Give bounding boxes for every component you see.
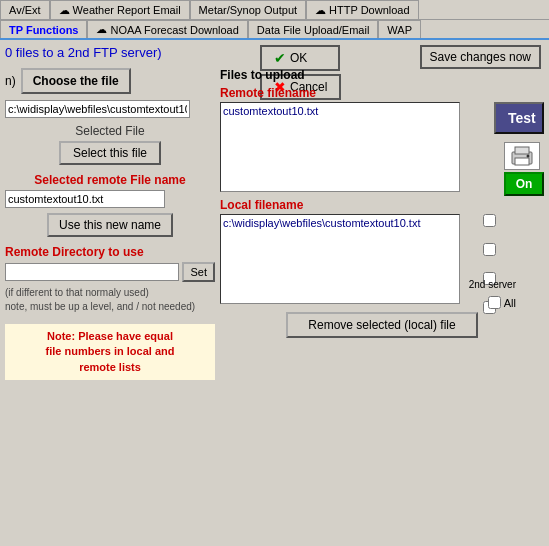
use-new-name-button[interactable]: Use this new name	[47, 213, 173, 237]
dir-hint-line2: note, must be up a level, and / not need…	[5, 301, 195, 312]
files-upload-label: Files to upload	[220, 68, 305, 82]
tab-data-file[interactable]: Data File Upload/Email	[248, 20, 379, 38]
local-list-container: c:\widisplay\webfiles\customtextout10.tx…	[220, 214, 544, 304]
local-file-list[interactable]: c:\widisplay\webfiles\customtextout10.tx…	[220, 214, 460, 304]
note-line2: file numbers in local and	[46, 345, 175, 357]
remove-button[interactable]: Remove selected (local) file	[286, 312, 477, 338]
http-icon: ☁	[315, 4, 326, 17]
tab-http[interactable]: ☁ HTTP Download	[306, 0, 419, 19]
note-box: Note: Please have equal file numbers in …	[5, 324, 215, 380]
tab-bar-top: Av/Ext ☁ Weather Report Email Metar/Syno…	[0, 0, 549, 20]
tab-av-ext[interactable]: Av/Ext	[0, 0, 50, 19]
remote-dir-row: Set	[5, 262, 215, 282]
test-button[interactable]: Test	[494, 102, 544, 134]
note-line1: Note: Please have equal	[47, 330, 173, 342]
local-filename-label: Local filename	[220, 198, 544, 212]
dir-hint-line1: (if different to that normaly used)	[5, 287, 149, 298]
tab-noaa[interactable]: ☁ NOAA Forecast Download	[87, 20, 247, 38]
remote-list-container: customtextout10.txt Test On	[220, 102, 544, 192]
svg-point-3	[527, 155, 530, 158]
tab-metar-label: Metar/Synop Output	[199, 4, 297, 16]
tab-weather-email[interactable]: ☁ Weather Report Email	[50, 0, 190, 19]
all-row: All	[488, 296, 516, 309]
checkbox-2[interactable]	[483, 243, 496, 256]
note-line3: remote lists	[79, 361, 141, 373]
selected-remote-label: Selected remote File name	[5, 173, 215, 187]
left-panel: n) Choose the file Selected File Select …	[5, 68, 215, 380]
choose-file-row: n) Choose the file	[5, 68, 215, 94]
ok-label: OK	[290, 51, 307, 65]
upload-headers: Files to upload	[220, 68, 544, 84]
tab-metar[interactable]: Metar/Synop Output	[190, 0, 306, 19]
tab-wap-label: WAP	[387, 24, 412, 36]
printer-icon	[504, 142, 540, 170]
selected-file-label: Selected File	[5, 124, 215, 138]
tab-wap[interactable]: WAP	[378, 20, 421, 38]
tab-data-file-label: Data File Upload/Email	[257, 24, 370, 36]
page-title: 0 files to a 2nd FTP server)	[5, 45, 162, 60]
all-label: All	[504, 297, 516, 309]
panels-container: n) Choose the file Selected File Select …	[5, 68, 544, 380]
dir-hint: (if different to that normaly used) note…	[5, 286, 215, 314]
checkbox-1[interactable]	[483, 214, 496, 227]
tab-weather-email-label: Weather Report Email	[73, 4, 181, 16]
select-file-button[interactable]: Select this file	[59, 141, 161, 165]
file-path-input[interactable]	[5, 100, 190, 118]
choose-prefix-label: n)	[5, 74, 16, 88]
remote-file-list[interactable]: customtextout10.txt	[220, 102, 460, 192]
choose-file-button[interactable]: Choose the file	[21, 68, 131, 94]
check-icon: ✔	[274, 50, 286, 66]
remote-dir-input[interactable]	[5, 263, 179, 281]
noaa-icon: ☁	[96, 23, 107, 36]
tab-ftp-functions[interactable]: TP Functions	[0, 20, 87, 38]
second-server-label: 2nd server	[469, 279, 516, 290]
on-button[interactable]: On	[504, 172, 544, 196]
tab-noaa-label: NOAA Forecast Download	[110, 24, 238, 36]
tab-ftp-label: TP Functions	[9, 24, 78, 36]
right-panel: Files to upload Remote filename customte…	[220, 68, 544, 338]
set-button[interactable]: Set	[182, 262, 215, 282]
tab-http-label: HTTP Download	[329, 4, 410, 16]
save-changes-button[interactable]: Save changes now	[420, 45, 541, 69]
weather-icon: ☁	[59, 4, 70, 17]
tab-av-ext-label: Av/Ext	[9, 4, 41, 16]
all-checkbox[interactable]	[488, 296, 501, 309]
main-content: Save changes now 0 files to a 2nd FTP se…	[0, 40, 549, 385]
svg-rect-2	[515, 158, 529, 165]
remote-filename-col-label: Remote filename	[220, 86, 544, 100]
svg-rect-1	[515, 147, 529, 154]
remote-filename-input[interactable]	[5, 190, 165, 208]
remote-dir-label: Remote Directory to use	[5, 245, 215, 259]
tab-bar-second: TP Functions ☁ NOAA Forecast Download Da…	[0, 20, 549, 40]
on-button-container: On	[504, 142, 544, 196]
